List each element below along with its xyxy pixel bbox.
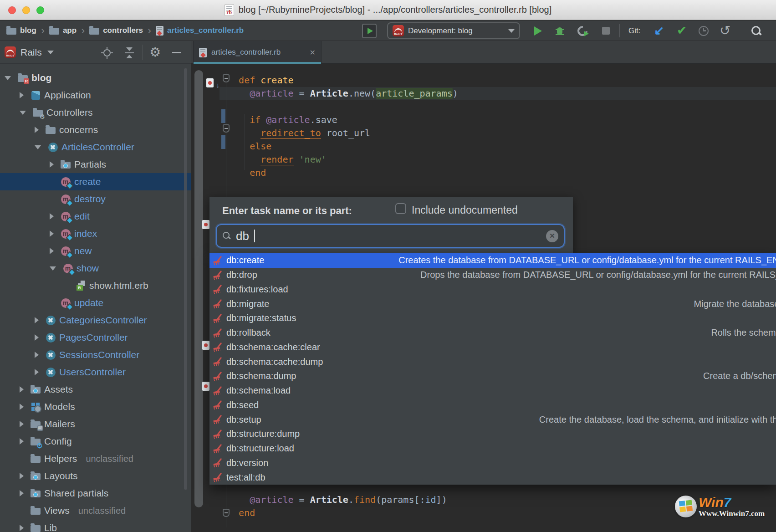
collapsed-arrow-icon[interactable] [20, 92, 24, 98]
run-button[interactable] [534, 20, 542, 41]
tree-item-controllers[interactable]: Controllers [0, 104, 191, 121]
stop-button[interactable] [602, 20, 610, 41]
gutter-related-file-icon[interactable] [202, 220, 209, 229]
task-row-db-migrate[interactable]: db:migrateMigrate the database (options:… [209, 297, 776, 311]
collapsed-arrow-icon[interactable] [20, 421, 24, 427]
git-commit-button[interactable]: ✔ [677, 20, 687, 41]
tree-item-categoriescontroller[interactable]: CategoriesController [0, 312, 191, 329]
tree-item-userscontroller[interactable]: UsersController [0, 363, 191, 381]
task-row-db-schema-cache-clear[interactable]: db:schema:cache:clearClear a db/schema_c… [209, 340, 776, 355]
task-row-db-version[interactable]: db:versionRetrieves the current schema v… [209, 456, 776, 471]
tree-item-config[interactable]: Config [0, 433, 191, 450]
task-row-db-schema-dump[interactable]: db:schema:dumpCreate a db/schema.rb file… [209, 369, 776, 384]
history-button[interactable] [699, 20, 709, 41]
editor-scrollbar[interactable] [194, 70, 203, 507]
tree-item-layouts[interactable]: Layouts [0, 467, 191, 485]
breadcrumb-item-controllers[interactable]: controllers [89, 26, 143, 35]
tree-item-update[interactable]: update [0, 294, 191, 312]
run-configuration-select[interactable]: Development: blog [387, 22, 520, 39]
tree-item-partials[interactable]: Partials [0, 156, 191, 173]
task-row-db-structure-load[interactable]: db:structure:loadRecreate the databases … [209, 441, 776, 456]
breadcrumb-item-blog[interactable]: blog [6, 26, 36, 35]
task-row-db-setup[interactable]: db:setupCreate the database, load the sc… [209, 412, 776, 427]
collapsed-arrow-icon[interactable] [35, 369, 39, 375]
collapsed-arrow-icon[interactable] [35, 352, 39, 358]
vcs-change-bar[interactable] [221, 135, 225, 149]
zoom-window-button[interactable] [36, 6, 44, 14]
tree-item-blog[interactable]: blog [0, 69, 191, 87]
collapsed-arrow-icon[interactable] [20, 525, 24, 531]
collapsed-arrow-icon[interactable] [20, 386, 24, 393]
run-with-coverage-button[interactable] [577, 20, 587, 41]
tree-item-show[interactable]: show [0, 260, 191, 277]
collapsed-arrow-icon[interactable] [50, 248, 54, 254]
clear-search-icon[interactable] [546, 230, 558, 242]
debug-button[interactable] [556, 20, 564, 41]
breadcrumb-item-app[interactable]: app [49, 26, 77, 35]
task-row-db-schema-cache-dump[interactable]: db:schema:cache:dumpCreate a db/schema_c… [209, 354, 776, 369]
rollback-button[interactable]: ↺ [720, 20, 730, 41]
tree-item-sessionscontroller[interactable]: SessionsController [0, 346, 191, 363]
include-undocumented-checkbox[interactable] [395, 203, 406, 214]
collapsed-arrow-icon[interactable] [50, 213, 54, 220]
collapse-all-icon[interactable] [124, 47, 135, 58]
tree-item-show-html-erb[interactable]: show.html.erb [0, 277, 191, 294]
hide-tool-window-icon[interactable] [172, 52, 181, 53]
collapsed-arrow-icon[interactable] [50, 230, 54, 237]
gutter-related-file-icon[interactable] [202, 382, 209, 391]
collapsed-arrow-icon[interactable] [20, 438, 24, 445]
gutter-related-file-icon[interactable] [202, 341, 209, 350]
tree-item-new[interactable]: new [0, 242, 191, 260]
collapsed-arrow-icon[interactable] [35, 317, 39, 323]
tree-item-assets[interactable]: Assets [0, 381, 191, 398]
tree-item-edit[interactable]: edit [0, 208, 191, 225]
collapsed-arrow-icon[interactable] [20, 473, 24, 479]
collapsed-arrow-icon[interactable] [50, 161, 54, 168]
collapsed-arrow-icon[interactable] [35, 127, 39, 133]
tree-item-create[interactable]: create [0, 173, 191, 190]
task-row-db-migrate-status[interactable]: db:migrate:statusDisplay status of migra… [209, 311, 776, 326]
expanded-arrow-icon[interactable] [50, 266, 56, 271]
tree-item-application[interactable]: Application [0, 87, 191, 104]
tree-item-destroy[interactable]: destroy [0, 190, 191, 208]
expanded-arrow-icon[interactable] [20, 111, 26, 115]
task-row-db-structure-dump[interactable]: db:structure:dumpDump the database struc… [209, 427, 776, 441]
tree-item-pagescontroller[interactable]: PagesController [0, 329, 191, 346]
close-window-button[interactable] [8, 6, 16, 14]
collapsed-arrow-icon[interactable] [20, 490, 24, 496]
gear-icon[interactable]: ⚙ [149, 45, 161, 60]
expanded-arrow-icon[interactable] [35, 145, 41, 149]
task-search-input[interactable]: db [216, 224, 565, 248]
breadcrumb-item-articles_controller.rb[interactable]: articles_controller.rb [156, 26, 244, 36]
task-row-test-all-db[interactable]: test:all:dbRun tests quickly, but also r… [209, 470, 776, 485]
tree-item-concerns[interactable]: concerns [0, 121, 191, 138]
git-update-button[interactable]: ↙ [654, 20, 664, 41]
task-row-db-drop[interactable]: db:dropDrops the database from DATABASE_… [209, 268, 776, 282]
collapsed-arrow-icon[interactable] [35, 334, 39, 341]
search-everywhere-button[interactable] [750, 20, 762, 41]
tree-item-helpers[interactable]: Helpersunclassified [0, 450, 191, 467]
tree-item-lib[interactable]: Lib [0, 519, 191, 532]
run-context-icon[interactable] [362, 24, 377, 38]
task-row-db-schema-load[interactable]: db:schema:loadLoad a schema.rb file into… [209, 384, 776, 398]
tree-item-articlescontroller[interactable]: ArticlesController [0, 138, 191, 156]
tree-item-shared-partials[interactable]: Shared partials [0, 485, 191, 502]
vcs-change-bar[interactable] [221, 109, 225, 123]
tree-item-views[interactable]: Viewsunclassified [0, 502, 191, 519]
tree-item-models[interactable]: Models [0, 398, 191, 415]
minimize-window-button[interactable] [22, 6, 30, 14]
gutter-related-file-icon[interactable] [206, 78, 214, 87]
chevron-down-icon[interactable] [47, 51, 54, 54]
collapsed-arrow-icon[interactable] [20, 404, 24, 410]
scroll-to-source-icon[interactable] [101, 47, 113, 59]
tab-articles-controller[interactable]: articles_controller.rb [193, 41, 322, 64]
tree-item-mailers[interactable]: Mailers [0, 415, 191, 433]
expanded-arrow-icon[interactable] [5, 76, 11, 80]
tree-scrollbar[interactable] [184, 68, 187, 490]
close-icon[interactable] [310, 48, 316, 57]
task-row-db-rollback[interactable]: db:rollbackRolls the schema back to the … [209, 326, 776, 340]
task-row-db-create[interactable]: db:createCreates the database from DATAB… [209, 253, 776, 268]
tree-item-index[interactable]: index [0, 225, 191, 242]
task-row-db-fixtures-load[interactable]: db:fixtures:loadLoad fixtures into the c… [209, 282, 776, 297]
task-row-db-seed[interactable]: db:seedLoad the seed data from db/seeds.… [209, 398, 776, 413]
